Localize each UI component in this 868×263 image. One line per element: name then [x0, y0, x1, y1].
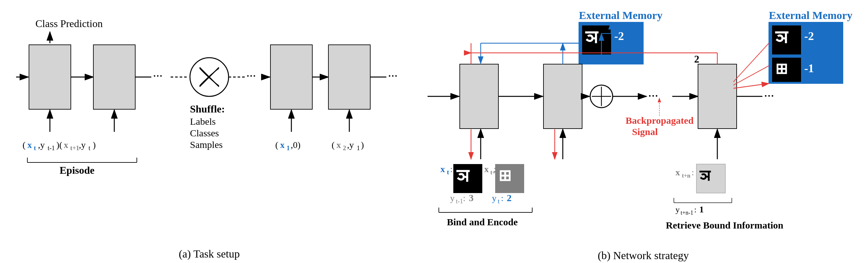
block-6: [329, 45, 370, 109]
comma2: ,y: [79, 140, 86, 150]
comma4: ,y: [347, 140, 354, 150]
block-retrieve: [698, 64, 737, 128]
svg-line-51: [734, 43, 769, 82]
dots-3: ···: [388, 69, 398, 83]
yt-colon-bot: :: [501, 193, 503, 203]
block-2: [93, 45, 135, 109]
mem-char-2a-text: ञ: [775, 27, 788, 47]
paren3: ): [93, 140, 96, 150]
episode-label: Episode: [60, 165, 94, 176]
bind-encode-label: Bind and Encode: [447, 216, 518, 227]
yt1-colon-bot: :: [463, 193, 466, 203]
shuffle-item-samples: Samples: [190, 139, 223, 150]
mem-num-2: -2: [804, 30, 814, 42]
dots-1: ···: [153, 69, 163, 83]
paren4: ): [361, 140, 364, 150]
left-panel: Class Prediction: [0, 0, 418, 263]
mem-num-1: -2: [614, 30, 624, 42]
right-caption: (b) Network strategy: [597, 250, 689, 262]
x1-sub: 1: [286, 144, 290, 151]
block-bind: [460, 64, 498, 128]
yt-sub1: t-1: [48, 144, 55, 151]
dots-2: ···: [246, 69, 256, 83]
ytn-label-bot: y: [676, 205, 680, 214]
ytn-sub-bot: t+n-1: [681, 209, 693, 216]
ext-mem-label-1: External Memory: [579, 9, 662, 21]
yt-sub-bot: t: [498, 198, 500, 205]
dots-right: ···: [764, 89, 774, 104]
mem-num-3: -1: [804, 62, 814, 75]
xt1-label-left: x: [64, 140, 68, 150]
yt1-val-bot: 3: [469, 193, 474, 203]
ext-mem-label-2: External Memory: [769, 9, 852, 21]
retrieve-num: 2: [694, 53, 699, 65]
network-strategy-diagram: External Memory ञ -2 External Memory ञ -…: [421, 1, 865, 243]
yt-val-bot: 2: [507, 193, 512, 203]
block-5: [271, 45, 312, 109]
x2-sub: 2: [343, 144, 346, 151]
paren2: )(: [56, 140, 62, 150]
xt-colon: :: [450, 164, 453, 174]
block-1: [29, 45, 71, 109]
svg-line-52: [734, 66, 769, 85]
comma1: ,y: [38, 140, 45, 150]
yt1-sub-bot: t-1: [456, 198, 463, 205]
mem-char-1a-text: ञ: [585, 27, 598, 47]
x2-label: x: [336, 140, 341, 150]
left-caption: (a) Task setup: [179, 248, 240, 260]
shuffle-label: Shuffle:: [190, 103, 225, 115]
xtn-colon-bot: :: [691, 167, 694, 177]
xt1-img-char: ⊞: [498, 167, 511, 184]
ytn-colon-bot: :: [694, 205, 696, 214]
main-container: Class Prediction: [0, 0, 868, 263]
xtn-sub-bot: t+n: [682, 172, 690, 179]
xt-img-char: ञ: [456, 166, 470, 186]
backprop-label-1: Backpropagated: [626, 115, 693, 126]
block-encode: [544, 64, 582, 128]
comma3: ,0): [291, 140, 300, 150]
xtn-label-bot: x: [676, 167, 680, 177]
task-setup-diagram: Class Prediction: [3, 9, 415, 241]
shuffle-item-classes: Classes: [190, 128, 219, 138]
xt1-colon: :: [494, 164, 496, 174]
input-label-1: (: [23, 140, 25, 150]
xt-sub-left: t: [34, 144, 36, 151]
xt-label-left: x: [27, 140, 32, 150]
xt1-sub-left: t+1: [70, 144, 79, 151]
ytn-val-bot: 1: [699, 204, 704, 214]
svg-line-53: [734, 84, 769, 88]
output-label-2: (: [332, 140, 335, 150]
retrieve-bound-label: Retrieve Bound Information: [666, 220, 783, 230]
class-prediction-label: Class Prediction: [35, 18, 103, 29]
x1-label: x: [280, 140, 285, 150]
xtn-img-char: ञ: [699, 167, 711, 184]
yt-label-bot: y: [492, 193, 496, 203]
xt1-label-r: x: [484, 164, 489, 174]
backprop-label-2: Signal: [632, 126, 658, 137]
yt-sub2: t: [89, 144, 90, 151]
shuffle-item-labels: Labels: [190, 116, 216, 127]
y1-sub: 1: [357, 144, 360, 151]
mem-char-2b-text: ⊞: [775, 61, 788, 77]
xt-sub-right: t: [447, 169, 449, 176]
yt1-label-bot: y: [450, 193, 455, 203]
xt-label-right: x: [440, 164, 445, 174]
dots-mid: ···: [648, 89, 658, 104]
output-label-1: (: [275, 140, 278, 150]
right-panel: External Memory ञ -2 External Memory ञ -…: [418, 0, 868, 263]
